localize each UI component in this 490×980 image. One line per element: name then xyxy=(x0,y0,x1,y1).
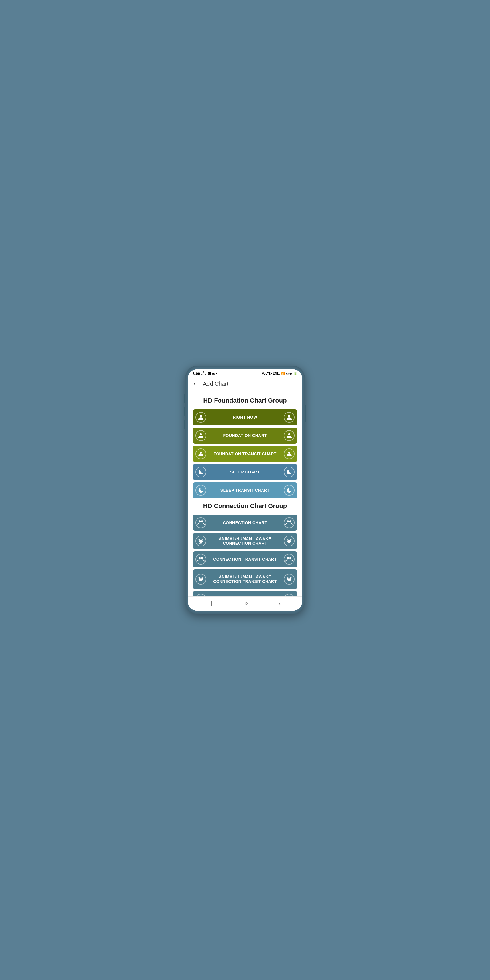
sleep-transit-chart-icon-left xyxy=(196,485,206,496)
nav-recent-apps[interactable]: ||| xyxy=(209,600,214,606)
svg-point-14 xyxy=(199,539,200,541)
svg-point-17 xyxy=(202,539,204,540)
svg-point-15 xyxy=(201,539,203,541)
svg-point-34 xyxy=(290,578,291,579)
connection-chart-button[interactable]: CONNECTION CHART xyxy=(192,515,298,531)
svg-point-5 xyxy=(200,452,201,453)
foundation-chart-label: FOUNDATION CHART xyxy=(206,433,284,438)
top-bar: ← Add Chart xyxy=(188,377,302,391)
svg-point-8 xyxy=(289,452,290,453)
connection-group-title: HD Connection Chart Group xyxy=(192,502,298,510)
sleep-chart-icon-left xyxy=(196,467,206,477)
foundation-transit-chart-label: FOUNDATION TRANSIT CHART xyxy=(206,452,284,456)
svg-point-26 xyxy=(290,557,291,559)
foundation-chart-icon-right xyxy=(284,430,294,441)
voLTE-label: VoLTE+ LTE1 xyxy=(262,372,280,375)
status-time: 8:00 xyxy=(192,371,200,376)
battery-icon: 🔋 xyxy=(293,372,298,375)
foundation-chart-button[interactable]: FOUNDATION CHART xyxy=(192,428,298,444)
status-bar: 8:00 0KB/s 🖼 ✉ • VoLTE+ LTE1 📶 44% 🔋 xyxy=(188,369,302,377)
svg-text:+: + xyxy=(200,454,201,457)
battery-label: 44% xyxy=(286,372,292,375)
animal-awake-connection-transit-chart-label: ANIMAL/HUMAN - AWAKE CONNECTION TRANSIT … xyxy=(206,574,284,584)
connection-transit-chart-label: CONNECTION TRANSIT CHART xyxy=(206,557,284,562)
svg-point-27 xyxy=(199,579,203,581)
foundation-transit-chart-button[interactable]: + FOUNDATION TRANSIT CHART xyxy=(192,446,298,462)
sleep-chart-label: SLEEP CHART xyxy=(206,470,284,474)
animal-awake-connection-transit-chart-button[interactable]: ANIMAL/HUMAN - AWAKE CONNECTION TRANSIT … xyxy=(192,570,298,589)
svg-point-25 xyxy=(287,557,289,559)
svg-point-28 xyxy=(199,578,200,579)
svg-point-16 xyxy=(198,539,199,540)
animal-awake-connection-chart-icon-right xyxy=(284,536,294,546)
svg-point-32 xyxy=(288,579,291,581)
connection-chart-icon-left xyxy=(196,517,206,528)
foundation-chart-icon-left xyxy=(196,430,206,441)
back-button[interactable]: ← xyxy=(192,380,199,387)
svg-point-2 xyxy=(200,433,202,435)
svg-point-0 xyxy=(200,415,202,417)
foundation-transit-chart-icon-left: + xyxy=(196,449,206,459)
foundation-transit-chart-icon-right xyxy=(284,449,294,459)
sleep-chart-button[interactable]: SLEEP CHART xyxy=(192,464,298,480)
scroll-content: HD Foundation Chart Group RIGHT NOW xyxy=(188,391,302,596)
sleep-connection-chart-icon-right xyxy=(284,594,294,596)
right-now-button[interactable]: RIGHT NOW xyxy=(192,409,298,425)
svg-point-20 xyxy=(290,539,291,541)
svg-point-1 xyxy=(288,415,290,417)
signal-bars: 📶 xyxy=(281,372,285,375)
svg-point-29 xyxy=(201,578,203,579)
connection-chart-icon-right xyxy=(284,517,294,528)
svg-point-3 xyxy=(288,433,290,435)
svg-point-31 xyxy=(202,577,204,578)
bottom-nav: ||| ○ ‹ xyxy=(188,596,302,611)
status-icons: 🖼 ✉ • xyxy=(207,372,217,376)
connection-transit-chart-button[interactable]: CONNECTION TRANSIT CHART xyxy=(192,551,298,567)
svg-point-30 xyxy=(198,577,199,578)
animal-awake-connection-chart-label: ANIMAL/HUMAN - AWAKE CONNECTION CHART xyxy=(206,536,284,546)
sleep-connection-chart-button[interactable]: SLEEP CONNECTION CHART xyxy=(192,591,298,596)
svg-point-10 xyxy=(201,520,203,522)
connection-transit-chart-icon-right xyxy=(284,554,294,565)
kb-label: 0KB/s xyxy=(201,371,206,376)
phone-frame: 8:00 0KB/s 🖼 ✉ • VoLTE+ LTE1 📶 44% 🔋 ← A… xyxy=(185,366,305,615)
right-now-icon-right xyxy=(284,412,294,423)
sleep-connection-chart-icon-left xyxy=(196,594,206,596)
svg-point-18 xyxy=(288,541,291,543)
svg-point-19 xyxy=(287,539,289,541)
connection-chart-label: CONNECTION CHART xyxy=(206,520,284,525)
svg-point-23 xyxy=(199,557,200,559)
svg-point-33 xyxy=(287,578,289,579)
animal-awake-connection-transit-icon-right xyxy=(284,574,294,585)
foundation-group-title: HD Foundation Chart Group xyxy=(192,397,298,404)
animal-awake-connection-chart-icon-left xyxy=(196,536,206,546)
phone-screen: 8:00 0KB/s 🖼 ✉ • VoLTE+ LTE1 📶 44% 🔋 ← A… xyxy=(188,369,302,611)
svg-point-9 xyxy=(199,520,200,522)
sleep-chart-icon-right xyxy=(284,467,294,477)
right-now-icon-left xyxy=(196,412,206,423)
right-now-label: RIGHT NOW xyxy=(206,415,284,420)
svg-point-12 xyxy=(290,520,291,522)
sleep-transit-chart-label: SLEEP TRANSIT CHART xyxy=(206,488,284,493)
svg-point-35 xyxy=(286,577,288,578)
page-title: Add Chart xyxy=(203,380,229,387)
animal-awake-connection-chart-button[interactable]: ANIMAL/HUMAN - AWAKE CONNECTION CHART xyxy=(192,533,298,549)
nav-home[interactable]: ○ xyxy=(245,600,248,606)
svg-point-21 xyxy=(286,539,288,540)
sleep-transit-chart-button[interactable]: SLEEP TRANSIT CHART xyxy=(192,482,298,498)
svg-point-11 xyxy=(287,520,289,522)
connection-transit-chart-icon-left xyxy=(196,554,206,565)
svg-point-13 xyxy=(199,541,203,543)
nav-back[interactable]: ‹ xyxy=(279,600,281,606)
sleep-transit-chart-icon-right xyxy=(284,485,294,496)
svg-point-36 xyxy=(291,577,292,578)
svg-point-24 xyxy=(201,557,203,559)
svg-point-22 xyxy=(291,539,292,540)
animal-awake-connection-transit-icon-left xyxy=(196,574,206,585)
